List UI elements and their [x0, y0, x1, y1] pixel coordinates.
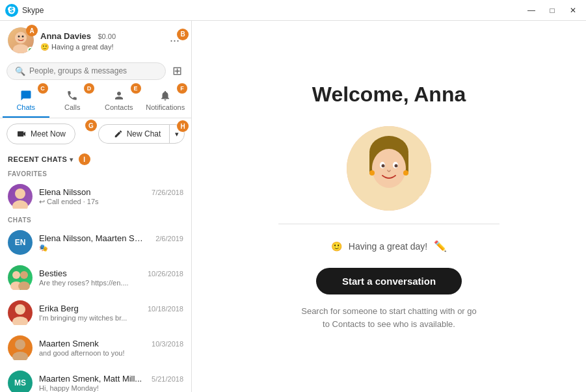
main-layout: A Anna Davies $0.00 🙂 Having a great day…	[0, 21, 586, 392]
maximize-button[interactable]: □	[544, 3, 560, 18]
chat-info: Erika Berg 10/18/2018 I'm bringing my wi…	[39, 304, 183, 322]
online-indicator	[418, 195, 429, 205]
chat-name: Maarten Smenk, Matt Mill...	[39, 374, 142, 384]
chat-date: 7/26/2018	[152, 189, 183, 196]
avatar: MS	[8, 371, 33, 392]
window-controls: — □ ✕	[524, 3, 581, 18]
chat-list: FAVORITES Elena Nilsson 7/26/2018 ↩ Call…	[0, 168, 191, 392]
profile-name: Anna Davies	[40, 31, 91, 41]
meet-now-label: Meet Now	[31, 129, 66, 138]
tab-notifications[interactable]: F Notifications	[142, 85, 189, 118]
start-conversation-button[interactable]: Start a conversation	[316, 268, 462, 294]
badge-f: F	[177, 83, 187, 94]
profile-photo	[347, 126, 431, 211]
svg-point-24	[369, 170, 375, 176]
status-text: Having a great day!	[51, 43, 113, 51]
chat-name: Besties	[39, 268, 67, 278]
chat-name: Elena Nilsson	[39, 187, 91, 197]
chat-info: Besties 10/26/2018 Are they roses? https…	[39, 268, 183, 287]
avatar: EN	[8, 230, 33, 255]
chat-preview: and good afternoon to you!	[39, 349, 183, 357]
close-button[interactable]: ✕	[565, 3, 581, 18]
chat-info: Maarten Smenk 10/3/2018 and good afterno…	[39, 339, 183, 357]
online-indicator	[27, 47, 34, 53]
nav-tabs: C Chats D Calls E Contacts	[0, 85, 191, 118]
chat-preview: ↩ Call ended · 17s	[39, 198, 183, 206]
list-item[interactable]: Elena Nilsson 7/26/2018 ↩ Call ended · 1…	[0, 179, 191, 214]
tab-chats-label: Chats	[16, 103, 35, 111]
chat-preview: 🎭	[39, 244, 183, 252]
search-wrap: 🔍	[7, 62, 166, 80]
minimize-button[interactable]: —	[524, 3, 539, 18]
new-chat-group: New Chat ▾	[98, 124, 185, 144]
calls-icon	[66, 90, 78, 101]
badge-h: H	[177, 120, 189, 132]
chat-name: Elena Nilsson, Maarten Sm...	[39, 233, 143, 243]
recent-chats-header[interactable]: RECENT CHATS ▾ I	[0, 150, 191, 168]
status-emoji: 🙂	[40, 43, 49, 51]
svg-point-6	[12, 200, 28, 209]
tab-contacts[interactable]: E Contacts	[96, 85, 142, 118]
app-title: Skype	[22, 6, 524, 15]
meet-now-button[interactable]: Meet Now	[7, 124, 75, 144]
svg-point-22	[382, 164, 385, 168]
chevron-down-icon: ▾	[70, 156, 73, 163]
chat-preview: I'm bringing my witches br...	[39, 314, 183, 322]
svg-point-19	[372, 149, 406, 188]
avatar	[8, 335, 33, 360]
badge-d: D	[84, 83, 94, 94]
svg-point-23	[395, 164, 398, 168]
badge-i: I	[79, 153, 90, 165]
right-panel: Welcome, Anna	[192, 21, 586, 392]
video-icon	[16, 129, 27, 139]
search-input[interactable]	[29, 66, 157, 75]
svg-point-3	[18, 36, 20, 38]
svg-point-13	[15, 339, 25, 350]
svg-point-14	[12, 352, 28, 360]
tab-contacts-label: Contacts	[105, 103, 133, 111]
chats-icon	[20, 90, 32, 101]
chat-date: 5/21/2018	[152, 375, 183, 383]
grid-icon[interactable]: ⊞	[170, 61, 185, 81]
avatar	[8, 184, 33, 209]
svg-point-11	[15, 304, 25, 315]
new-chat-button[interactable]: New Chat	[98, 124, 176, 144]
status-emoji: 🙂	[331, 241, 342, 252]
notifications-icon	[159, 90, 171, 101]
tab-chats[interactable]: C Chats	[3, 85, 49, 118]
sidebar: A Anna Davies $0.00 🙂 Having a great day…	[0, 21, 192, 392]
badge-a: A	[26, 25, 38, 36]
badge-b: B	[177, 29, 189, 40]
edit-icon[interactable]: ✏️	[434, 240, 447, 252]
tab-calls[interactable]: D Calls	[49, 85, 96, 118]
chat-date: 10/3/2018	[152, 340, 183, 348]
welcome-title: Welcome, Anna	[312, 83, 466, 107]
chat-info: Elena Nilsson 7/26/2018 ↩ Call ended · 1…	[39, 187, 183, 206]
chat-info: Maarten Smenk, Matt Mill... 5/21/2018 Hi…	[39, 374, 183, 392]
chat-preview: Hi, happy Monday!	[39, 384, 183, 392]
svg-point-25	[403, 170, 408, 176]
profile-balance: $0.00	[98, 33, 116, 40]
favorites-label: FAVORITES	[0, 168, 191, 179]
new-chat-label: New Chat	[127, 129, 161, 138]
list-item[interactable]: EN Elena Nilsson, Maarten Sm... 2/6/2019…	[0, 225, 191, 260]
welcome-description: Search for someone to start chatting wit…	[298, 305, 480, 330]
avatar	[8, 300, 33, 325]
avatar	[8, 265, 33, 290]
chat-name: Erika Berg	[39, 304, 79, 313]
list-item[interactable]: Maarten Smenk 10/3/2018 and good afterno…	[0, 330, 191, 365]
action-buttons: Meet Now G New Chat ▾ H	[0, 118, 191, 150]
profile-area: A Anna Davies $0.00 🙂 Having a great day…	[0, 21, 191, 59]
list-item[interactable]: Besties 10/26/2018 Are they roses? https…	[0, 260, 191, 295]
chat-info: Elena Nilsson, Maarten Sm... 2/6/2019 🎭	[39, 233, 183, 252]
list-item[interactable]: MS Maarten Smenk, Matt Mill... 5/21/2018…	[0, 365, 191, 392]
search-area: 🔍 ⊞	[0, 59, 191, 85]
chat-name: Maarten Smenk	[39, 339, 99, 348]
status-text: Having a great day!	[349, 241, 427, 252]
svg-point-4	[22, 36, 24, 38]
titlebar: Skype — □ ✕	[0, 0, 586, 21]
svg-point-7	[12, 271, 20, 279]
tab-calls-label: Calls	[64, 103, 80, 111]
badge-c: C	[38, 83, 48, 94]
list-item[interactable]: Erika Berg 10/18/2018 I'm bringing my wi…	[0, 295, 191, 330]
